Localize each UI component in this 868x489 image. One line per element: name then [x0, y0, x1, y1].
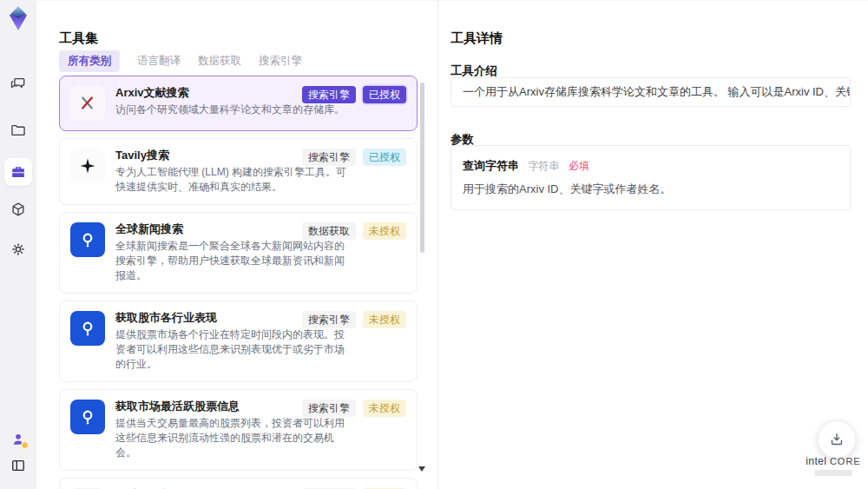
badge-yellow: 未授权: [363, 222, 406, 240]
intro-text: 一个用于从Arxiv存储库搜索科学论文和文章的工具。 输入可以是Arxiv ID…: [463, 84, 851, 100]
tool-desc: 专为人工智能代理 (LLM) 构建的搜索引擎工具。可快速提供实时、准确和真实的结…: [115, 165, 348, 195]
download-button[interactable]: [818, 420, 856, 459]
tavily-star-icon: [70, 149, 105, 183]
tab-data-fetch[interactable]: 数据获取: [198, 50, 241, 72]
tool-card[interactable]: 万维地区新闻查询查询具体行政区划内的新闻，快速了解各地新闻动搜索引擎未授权: [59, 478, 418, 489]
tab-all-categories[interactable]: 所有类别: [59, 50, 120, 72]
tool-desc: 访问各个研究领域大量科学论文和文章的存储库。: [115, 102, 345, 117]
panel-toggle-icon[interactable]: [4, 452, 32, 479]
param-card: 查询字符串 字符串 必填 用于搜索的Arxiv ID、关键字或作者姓名。: [450, 145, 851, 210]
tool-detail-panel: 工具详情 工具介绍 一个用于从Arxiv存储库搜索科学论文和文章的工具。 输入可…: [438, 0, 868, 489]
tool-badges: 搜索引擎已授权: [302, 86, 406, 103]
gear-icon[interactable]: [4, 235, 32, 263]
tool-list-panel: 工具集 所有类别语言翻译数据获取搜索引擎 Arxiv文献搜索访问各个研究领域大量…: [36, 0, 438, 489]
category-tabs: 所有类别语言翻译数据获取搜索引擎: [59, 50, 302, 72]
tool-desc: 全球新闻搜索是一个聚合全球各大新闻网站内容的搜索引擎，帮助用户快速获取全球最新资…: [115, 239, 348, 283]
scrollbar[interactable]: [420, 77, 425, 484]
app-logo-icon[interactable]: [7, 5, 30, 31]
user-icon[interactable]: [4, 426, 32, 453]
arxiv-logo-icon: [70, 86, 105, 121]
user-status-dot: [21, 441, 29, 449]
brand-core: CORE: [830, 456, 861, 466]
badge-purple-outline: 已授权: [363, 86, 406, 103]
param-desc: 用于搜索的Arxiv ID、关键字或作者姓名。: [463, 182, 838, 197]
sidebar: [0, 0, 37, 489]
briefcase-icon[interactable]: [4, 158, 32, 186]
intro-box: 一个用于从Arxiv存储库搜索科学论文和文章的工具。 输入可以是Arxiv ID…: [450, 77, 851, 107]
download-icon: [828, 431, 845, 448]
tab-language-translation[interactable]: 语言翻译: [137, 50, 181, 72]
tool-badges: 搜索引擎未授权: [302, 400, 406, 417]
tool-list: Arxiv文献搜索访问各个研究领域大量科学论文和文章的存储库。搜索引擎已授权Ta…: [59, 76, 418, 489]
badge-gray: 搜索引擎: [302, 400, 356, 417]
badge-cyan: 已授权: [363, 149, 406, 166]
tool-badges: 搜索引擎未授权: [302, 311, 406, 328]
param-name: 查询字符串: [463, 159, 519, 172]
param-type: 字符串: [528, 160, 559, 172]
detail-title: 工具详情: [450, 30, 503, 47]
tool-card[interactable]: 全球新闻搜索全球新闻搜索是一个聚合全球各大新闻网站内容的搜索引擎，帮助用户快速获…: [59, 212, 418, 294]
tool-desc: 提供股票市场各个行业在特定时间段内的表现。投资者可以利用这些信息来识别表现优于或…: [115, 327, 348, 372]
active-stocks-search-icon: [70, 400, 105, 434]
cube-icon[interactable]: [4, 195, 32, 223]
stock-sector-search-icon: [70, 311, 105, 346]
badge-purple: 搜索引擎: [302, 86, 356, 103]
scrollbar-thumb[interactable]: [420, 83, 424, 253]
page-title: 工具集: [59, 30, 98, 47]
param-required-badge: 必填: [569, 160, 589, 172]
tool-card[interactable]: Arxiv文献搜索访问各个研究领域大量科学论文和文章的存储库。搜索引擎已授权: [59, 76, 418, 131]
tool-badges: 搜索引擎已授权: [302, 149, 406, 166]
folder-icon[interactable]: [4, 116, 32, 144]
badge-gray: 搜索引擎: [302, 149, 356, 166]
tool-desc: 提供当天交易量最高的股票列表，投资者可以利用这些信息来识别流动性强的股票和潜在的…: [115, 416, 348, 460]
tool-card[interactable]: Tavily搜索专为人工智能代理 (LLM) 构建的搜索引擎工具。可快速提供实时…: [59, 138, 418, 205]
badge-gray: 搜索引擎: [302, 311, 356, 328]
scroll-down-arrow-icon[interactable]: [418, 466, 425, 472]
tool-badges: 数据获取未授权: [302, 222, 406, 240]
tab-search-engine[interactable]: 搜索引擎: [259, 50, 302, 72]
app: 工具集 所有类别语言翻译数据获取搜索引擎 Arxiv文献搜索访问各个研究领域大量…: [0, 0, 868, 489]
badge-yellow: 未授权: [363, 311, 406, 328]
tool-card[interactable]: 获取市场最活跃股票信息提供当天交易量最高的股票列表，投资者可以利用这些信息来识别…: [59, 389, 418, 471]
brand-subtext: [814, 470, 852, 476]
badge-gray: 数据获取: [302, 222, 356, 240]
chat-icon[interactable]: [4, 69, 32, 97]
global-news-search-icon: [70, 222, 105, 257]
tool-card[interactable]: 获取股市各行业表现提供股票市场各个行业在特定时间段内的表现。投资者可以利用这些信…: [59, 301, 418, 382]
badge-yellow: 未授权: [363, 400, 406, 417]
brand-intel: intel: [806, 455, 826, 467]
intel-core-logo: intel CORE: [800, 455, 866, 467]
